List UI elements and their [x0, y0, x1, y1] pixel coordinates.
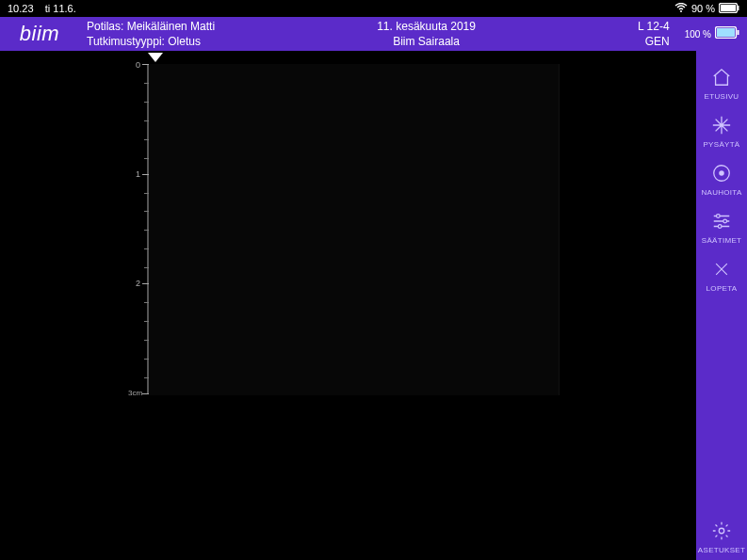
probe-name: L 12-4 [638, 19, 670, 34]
status-date: ti 11.6. [45, 3, 76, 14]
ultrasound-canvas[interactable] [149, 64, 560, 395]
exam-type: Oletus [168, 35, 201, 48]
wifi-icon [674, 3, 688, 14]
status-bar: 10.23 ti 11.6. 90 % [0, 0, 747, 17]
record-label: NAUHOITA [701, 188, 741, 197]
status-battery-pct: 90 % [691, 3, 715, 14]
pause-button[interactable]: PYSÄYTÄ [696, 106, 747, 154]
battery-icon [719, 3, 739, 15]
settings-label: ASETUKSET [698, 546, 745, 554]
svg-rect-6 [738, 30, 739, 35]
exam-row: Tutkimustyyppi: Oletus [87, 34, 215, 49]
record-button[interactable]: NAUHOITA [696, 154, 747, 202]
patient-row: Potilas: Meikäläinen Matti [87, 19, 215, 34]
controls-button[interactable]: SÄÄTIMET [696, 202, 747, 250]
ruler-label-3: 3cm [128, 389, 692, 397]
scan-date: 11. kesäkuuta 2019 [377, 19, 476, 34]
svg-rect-2 [721, 5, 736, 11]
info-left: Potilas: Meikäläinen Matti Tutkimustyypp… [87, 19, 215, 49]
imaging-mode: GEN [645, 34, 670, 49]
logo: biim [0, 22, 79, 46]
exam-label: Tutkimustyyppi: [87, 35, 165, 48]
home-button[interactable]: ETUSIVU [696, 58, 747, 106]
ruler-label-2: 2 [136, 279, 692, 288]
sliders-icon [710, 210, 733, 232]
stop-label: LOPETA [706, 284, 738, 293]
stop-button[interactable]: LOPETA [696, 250, 747, 298]
probe-battery-icon [715, 25, 739, 42]
svg-rect-3 [738, 6, 739, 10]
svg-point-8 [719, 170, 724, 176]
settings-button[interactable]: ASETUKSET [696, 512, 747, 560]
app-header: biim Potilas: Meikäläinen Matti Tutkimus… [0, 17, 747, 51]
patient-label: Potilas: [87, 20, 123, 33]
gear-icon [710, 520, 733, 542]
home-label: ETUSIVU [705, 92, 739, 101]
ruler-label-1: 1 [136, 169, 692, 179]
depth-ruler [147, 64, 149, 393]
sidebar: ETUSIVU PYSÄYTÄ NAUHOITA SÄÄTIMET LOPETA [696, 51, 747, 560]
svg-point-11 [718, 225, 722, 229]
svg-point-9 [717, 215, 721, 218]
patient-name: Meikäläinen Matti [127, 20, 215, 33]
scan-area[interactable]: 0 1 2 3cm [0, 51, 696, 560]
svg-point-10 [723, 219, 727, 223]
site-name: Biim Sairaala [393, 34, 460, 49]
info-center: 11. kesäkuuta 2019 Biim Sairaala [215, 19, 638, 49]
status-time: 10.23 [8, 3, 34, 14]
svg-rect-5 [717, 28, 735, 37]
pause-label: PYSÄYTÄ [703, 140, 739, 149]
ruler-label-0: 0 [136, 60, 692, 70]
svg-point-12 [719, 528, 724, 534]
record-icon [710, 162, 733, 184]
status-time-date: 10.23 ti 11.6. [8, 3, 76, 14]
probe-battery-pct: 100 % [685, 29, 711, 40]
controls-label: SÄÄTIMET [702, 236, 741, 245]
info-right: L 12-4 GEN [638, 19, 670, 49]
status-right: 90 % [674, 3, 739, 15]
close-icon [710, 258, 733, 280]
probe-battery: 100 % [685, 25, 739, 42]
snowflake-icon [710, 114, 733, 136]
home-icon [710, 66, 733, 88]
svg-point-0 [680, 10, 682, 12]
